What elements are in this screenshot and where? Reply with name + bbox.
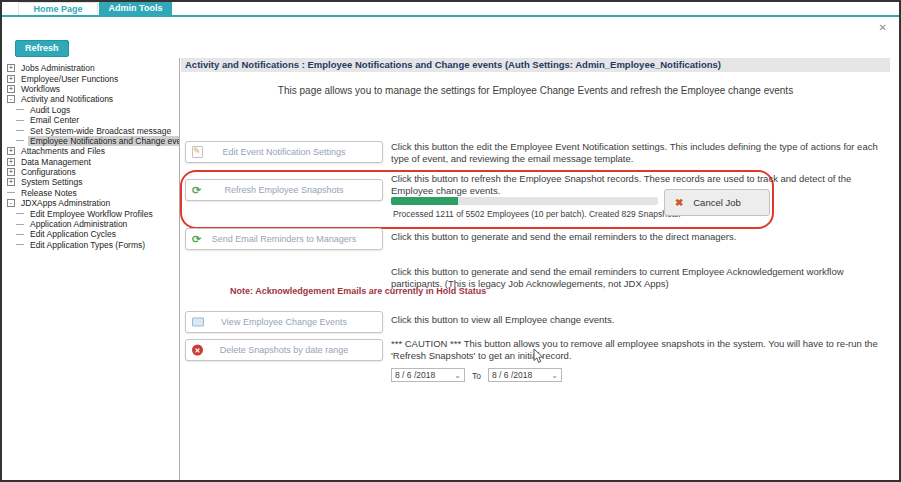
- sidebar-item-label: Application Administration: [28, 219, 129, 229]
- sidebar-item-release-notes[interactable]: Release Notes: [2, 188, 179, 198]
- sidebar-item-jdxapps-administration[interactable]: -JDXApps Adminstration: [2, 198, 179, 208]
- date-from-select[interactable]: 8 / 6 /2018⌄: [391, 368, 465, 382]
- expand-plus-icon[interactable]: +: [7, 85, 15, 93]
- edit-settings-description: Click this button the edit the Employee …: [391, 141, 896, 164]
- collapse-minus-icon[interactable]: -: [7, 95, 15, 103]
- sidebar-item-configurations[interactable]: +Configurations: [2, 167, 179, 177]
- sidebar-item-broadcast-message[interactable]: Set System-wide Broadcast message: [2, 125, 179, 135]
- to-label: To: [472, 371, 481, 381]
- expand-plus-icon[interactable]: +: [7, 178, 15, 186]
- chevron-down-icon: ⌄: [454, 371, 461, 380]
- send-email-reminders-button[interactable]: ⟳Send Email Reminders to Managers: [185, 228, 383, 250]
- button-label: Refresh Employee Snapshots: [224, 185, 343, 195]
- delete-snapshots-description: *** CAUTION *** This button allows you t…: [391, 338, 896, 361]
- chevron-down-icon: ⌄: [551, 371, 558, 380]
- sidebar-item-data-management[interactable]: +Data Management: [2, 157, 179, 167]
- sidebar-item-workflows[interactable]: +Workflows: [2, 84, 179, 94]
- refresh-button[interactable]: Refresh: [15, 40, 69, 57]
- tree-connector: [16, 244, 24, 245]
- sidebar-item-application-administration[interactable]: Application Administration: [2, 219, 179, 229]
- tab-admin-tools[interactable]: Admin Tools: [99, 2, 172, 15]
- sidebar-item-edit-application-cycles[interactable]: Edit Application Cycles: [2, 229, 179, 239]
- sidebar-item-label: Edit Application Types (Forms): [28, 240, 147, 250]
- tab-underline: [2, 15, 899, 17]
- email-reminders-description: Click this button to generate and send t…: [391, 231, 896, 243]
- close-icon[interactable]: ✕: [879, 22, 887, 33]
- refresh-snapshots-description: Click this button to refresh the Employe…: [391, 173, 896, 196]
- expand-plus-icon[interactable]: +: [7, 75, 15, 83]
- edit-note-icon: [192, 146, 203, 158]
- button-label: View Employee Change Events: [221, 317, 347, 327]
- sidebar-item-jobs-administration[interactable]: +Jobs Administration: [2, 63, 179, 73]
- button-label: Edit Event Notification Settings: [222, 147, 345, 157]
- view-employee-change-events-button[interactable]: View Employee Change Events: [185, 311, 383, 333]
- refresh-employee-snapshots-button[interactable]: ⟳Refresh Employee Snapshots: [185, 179, 383, 201]
- sidebar-item-label: JDXApps Adminstration: [19, 198, 112, 208]
- sidebar-item-label: Audit Logs: [28, 105, 72, 115]
- page-title: Activity and Notifications : Employee No…: [181, 58, 890, 72]
- sidebar-item-label: System Settings: [19, 177, 84, 187]
- cancel-job-label: Cancel Job: [693, 197, 741, 208]
- expand-plus-icon[interactable]: +: [7, 168, 15, 176]
- tree-connector: [16, 234, 24, 235]
- sidebar-item-activity-and-notifications[interactable]: -Activity and Notifications: [2, 94, 179, 104]
- sidebar-tree: +Jobs Administration +Employee/User Func…: [2, 58, 180, 480]
- app-window: Home Page Admin Tools ✕ Refresh +Jobs Ad…: [0, 0, 901, 482]
- edit-event-notification-settings-button[interactable]: Edit Event Notification Settings: [185, 141, 383, 163]
- view-events-description: Click this button to view all Employee c…: [391, 314, 896, 326]
- sidebar-item-label: Email Center: [28, 115, 81, 125]
- tree-connector: [16, 130, 24, 131]
- sidebar-item-label: Edit Application Cycles: [28, 229, 118, 239]
- tree-connector: [16, 224, 24, 225]
- sidebar-item-label: Edit Employee Workflow Profiles: [28, 209, 155, 219]
- delete-snapshots-button[interactable]: ✕Delete Snapshots by date range: [185, 339, 383, 361]
- sidebar-item-label: Set System-wide Broadcast message: [28, 126, 173, 136]
- hold-status-note: Note: Acknowledgement Emails are current…: [230, 286, 486, 296]
- page-intro: This page allows you to manage the setti…: [181, 85, 890, 96]
- tree-connector: [16, 109, 24, 110]
- sidebar-item-employee-user-functions[interactable]: +Employee/User Functions: [2, 73, 179, 83]
- sidebar-item-email-center[interactable]: Email Center: [2, 115, 179, 125]
- sidebar-item-label: Employee Notifications and Change events: [28, 136, 180, 146]
- sidebar-item-label: Activity and Notifications: [19, 94, 115, 104]
- sidebar-item-label: Attachments and Files: [19, 146, 107, 156]
- tree-connector: [7, 192, 15, 193]
- progress-fill: [391, 197, 458, 205]
- expand-plus-icon[interactable]: +: [7, 64, 15, 72]
- expand-plus-icon[interactable]: +: [7, 147, 15, 155]
- delete-icon: ✕: [192, 345, 203, 356]
- sidebar-item-edit-application-types[interactable]: Edit Application Types (Forms): [2, 240, 179, 250]
- date-from-value: 8 / 6 /2018: [395, 370, 435, 380]
- button-label: Send Email Reminders to Managers: [212, 234, 357, 244]
- sidebar-item-attachments-and-files[interactable]: +Attachments and Files: [2, 146, 179, 156]
- collapse-minus-icon[interactable]: -: [7, 199, 15, 207]
- date-to-select[interactable]: 8 / 6 /2018⌄: [488, 368, 562, 382]
- sidebar-item-label: Data Management: [19, 157, 93, 167]
- cancel-x-icon: ✖: [675, 197, 683, 208]
- tree-connector: [16, 120, 24, 121]
- sidebar-item-label: Employee/User Functions: [19, 74, 120, 84]
- progress-status-text: Processed 1211 of 5502 Employees (10 per…: [393, 209, 681, 219]
- snapshot-progress-bar: [391, 197, 658, 205]
- refresh-icon: ⟳: [192, 185, 201, 196]
- button-label: Delete Snapshots by date range: [220, 345, 349, 355]
- sidebar-item-label: Configurations: [19, 167, 78, 177]
- sidebar-item-audit-logs[interactable]: Audit Logs: [2, 105, 179, 115]
- sidebar-item-label: Release Notes: [19, 188, 79, 198]
- tree-connector: [16, 140, 24, 141]
- table-icon: [192, 318, 204, 327]
- expand-plus-icon[interactable]: +: [7, 158, 15, 166]
- sidebar-item-system-settings[interactable]: +System Settings: [2, 177, 179, 187]
- refresh-icon: ⟳: [192, 234, 201, 245]
- sidebar-item-employee-notifications[interactable]: Employee Notifications and Change events: [2, 136, 179, 146]
- sidebar-item-label: Jobs Administration: [19, 63, 97, 73]
- sidebar-item-label: Workflows: [19, 84, 62, 94]
- cancel-job-button[interactable]: ✖Cancel Job: [664, 189, 770, 216]
- sidebar-item-edit-employee-workflow-profiles[interactable]: Edit Employee Workflow Profiles: [2, 208, 179, 218]
- date-range-row: 8 / 6 /2018⌄ To 8 / 6 /2018⌄: [391, 368, 562, 382]
- tab-home-page[interactable]: Home Page: [18, 2, 98, 15]
- date-to-value: 8 / 6 /2018: [492, 370, 532, 380]
- tree-connector: [16, 213, 24, 214]
